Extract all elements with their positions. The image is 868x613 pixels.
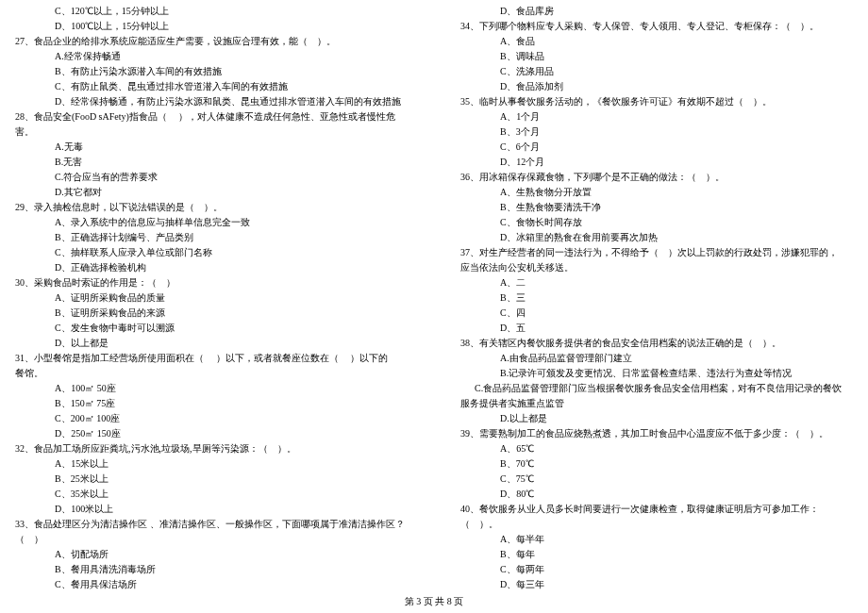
answer-option: B、70℃ bbox=[460, 456, 853, 472]
answer-option: C、35米以上 bbox=[15, 487, 408, 502]
answer-option: B、调味品 bbox=[460, 49, 853, 64]
answer-option: B、有防止污染水源潜入车间的有效措施 bbox=[15, 64, 408, 79]
answer-option: D.其它都对 bbox=[15, 185, 408, 200]
answer-option: C、有防止鼠类、昆虫通过排水管道潜入车间的有效措施 bbox=[15, 79, 408, 94]
question-text: （ ） bbox=[15, 532, 408, 547]
answer-option: B.记录许可颁发及变更情况、日常监督检查结果、违法行为查处等情况 bbox=[460, 366, 853, 381]
answer-option: A、每半年 bbox=[460, 532, 853, 547]
answer-option: C、每两年 bbox=[460, 562, 853, 577]
question-text: 害。 bbox=[15, 124, 408, 140]
left-column: C、120℃以上，15分钟以上D、100℃以上，15分钟以上27、食品企业的给排… bbox=[0, 4, 434, 588]
question-text: C.食品药品监督管理部门应当根据餐饮服务食品安全信用档案，对有不良信用记录的餐饮 bbox=[460, 381, 853, 396]
answer-option: B、三 bbox=[460, 290, 853, 306]
document-page: C、120℃以上，15分钟以上D、100℃以上，15分钟以上27、食品企业的给排… bbox=[0, 4, 868, 588]
answer-option: C、75℃ bbox=[460, 472, 853, 487]
answer-option: D、每三年 bbox=[460, 577, 853, 592]
question-text: （ ）。 bbox=[460, 517, 853, 532]
answer-option: B、25米以上 bbox=[15, 472, 408, 487]
answer-option: A、二 bbox=[460, 275, 853, 290]
answer-option: C、食物长时间存放 bbox=[460, 215, 853, 230]
question-text: 应当依法向公安机关移送。 bbox=[460, 260, 853, 275]
answer-option: C、200㎡ 100座 bbox=[15, 411, 408, 426]
question-text: 28、食品安全(FooD sAFety)指食品（ ），对人体健康不造成任何急性、… bbox=[15, 109, 408, 124]
answer-option: D、100米以上 bbox=[15, 502, 408, 517]
answer-option: A、100㎡ 50座 bbox=[15, 381, 408, 396]
question-text: 31、小型餐馆是指加工经营场所使用面积在（ ）以下，或者就餐座位数在（ ）以下的 bbox=[15, 351, 408, 366]
question-text: 40、餐饮服务从业人员多长时间要进行一次健康检查，取得健康证明后方可参加工作： bbox=[460, 502, 853, 517]
right-column: D、食品库房34、下列哪个物料应专人采购、专人保管、专人领用、专人登记、专柜保存… bbox=[434, 4, 868, 588]
answer-option: B、正确选择计划编号、产品类别 bbox=[15, 230, 408, 245]
answer-option: C、餐用具保洁场所 bbox=[15, 577, 408, 592]
question-text: 39、需要熟制加工的食品应烧熟煮透，其加工时食品中心温度应不低于多少度：（ ）。 bbox=[460, 426, 853, 441]
answer-option: A、证明所采购食品的质量 bbox=[15, 290, 408, 306]
answer-option: D、经常保持畅通，有防止污染水源和鼠类、昆虫通过排水管道潜入车间的有效措施 bbox=[15, 94, 408, 109]
question-text: 29、录入抽检信息时，以下说法错误的是（ ）。 bbox=[15, 200, 408, 215]
answer-option: C、6个月 bbox=[460, 140, 853, 155]
answer-option: A.无毒 bbox=[15, 140, 408, 155]
question-text: 34、下列哪个物料应专人采购、专人保管、专人领用、专人登记、专柜保存：（ ）。 bbox=[460, 19, 853, 34]
question-text: 服务提供者实施重点监管 bbox=[460, 396, 853, 411]
answer-option: C、洗涤用品 bbox=[460, 64, 853, 79]
answer-option: B、生熟食物要清洗干净 bbox=[460, 200, 853, 215]
answer-option: D、食品添加剂 bbox=[460, 79, 853, 94]
answer-option: A、切配场所 bbox=[15, 547, 408, 562]
answer-option: C、发生食物中毒时可以溯源 bbox=[15, 321, 408, 336]
answer-option: D、100℃以上，15分钟以上 bbox=[15, 19, 408, 34]
answer-option: A、录入系统中的信息应与抽样单信息完全一致 bbox=[15, 215, 408, 230]
answer-option: B、餐用具清洗消毒场所 bbox=[15, 562, 408, 577]
answer-option: A、生熟食物分开放置 bbox=[460, 185, 853, 200]
answer-option: A、食品 bbox=[460, 34, 853, 49]
answer-option: A.由食品药品监督管理部门建立 bbox=[460, 351, 853, 366]
answer-option: B、证明所采购食品的来源 bbox=[15, 306, 408, 321]
answer-option: D、80℃ bbox=[460, 487, 853, 502]
answer-option: B、150㎡ 75座 bbox=[15, 396, 408, 411]
question-text: 38、有关辖区内餐饮服务提供者的食品安全信用档案的说法正确的是（ ）。 bbox=[460, 336, 853, 351]
answer-option: A、65℃ bbox=[460, 441, 853, 456]
answer-option: C、抽样联系人应录入单位或部门名称 bbox=[15, 245, 408, 260]
answer-option: C.符合应当有的营养要求 bbox=[15, 170, 408, 185]
answer-option: D、以上都是 bbox=[15, 336, 408, 351]
question-text: 30、采购食品时索证的作用是：（ ） bbox=[15, 275, 408, 290]
question-text: 37、对生产经营者的同一违法行为，不得给予（ ）次以上罚款的行政处罚，涉嫌犯罪的… bbox=[460, 245, 853, 260]
answer-option: C、四 bbox=[460, 306, 853, 321]
answer-option: B、3个月 bbox=[460, 124, 853, 140]
answer-option: A.经常保持畅通 bbox=[15, 49, 408, 64]
answer-option: D、12个月 bbox=[460, 155, 853, 170]
answer-option: B.无害 bbox=[15, 155, 408, 170]
question-text: 32、食品加工场所应距粪坑,污水池,垃圾场,旱厕等污染源：（ ）。 bbox=[15, 441, 408, 456]
answer-option: D、五 bbox=[460, 321, 853, 336]
answer-option: D、正确选择检验机构 bbox=[15, 260, 408, 275]
question-text: 餐馆。 bbox=[15, 366, 408, 381]
answer-option: C、120℃以上，15分钟以上 bbox=[15, 4, 408, 19]
answer-option: D、食品库房 bbox=[460, 4, 853, 19]
answer-option: A、15米以上 bbox=[15, 456, 408, 472]
answer-option: D、冰箱里的熟食在食用前要再次加热 bbox=[460, 230, 853, 245]
question-text: 36、用冰箱保存保藏食物，下列哪个是不正确的做法：（ ）。 bbox=[460, 170, 853, 185]
answer-option: A、1个月 bbox=[460, 109, 853, 124]
question-text: 33、食品处理区分为清洁操作区 、准清洁操作区、一般操作区，下面哪项属于准清洁操… bbox=[15, 517, 408, 532]
answer-option: D.以上都是 bbox=[460, 411, 853, 426]
answer-option: B、每年 bbox=[460, 547, 853, 562]
question-text: 35、临时从事餐饮服务活动的，《餐饮服务许可证》有效期不超过（ ）。 bbox=[460, 94, 853, 109]
question-text: 27、食品企业的给排水系统应能适应生产需要，设施应合理有效，能（ ）。 bbox=[15, 34, 408, 49]
answer-option: D、250㎡ 150座 bbox=[15, 426, 408, 441]
